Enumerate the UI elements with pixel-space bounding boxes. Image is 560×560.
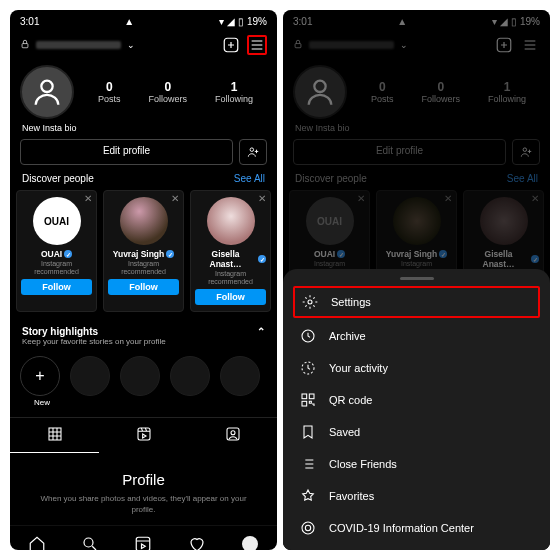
profile-stats: 0Posts 0Followers 1Following [84, 80, 267, 104]
activity-icon [299, 360, 317, 376]
follow-button[interactable]: Follow [21, 279, 92, 295]
menu-favorites[interactable]: Favorites [283, 480, 550, 512]
status-bar: 3:01 ▲ ▾ ◢ ▯ 19% [10, 10, 277, 29]
qr-icon [299, 392, 317, 408]
svg-point-12 [314, 81, 325, 92]
follow-button[interactable]: Follow [195, 289, 266, 305]
gear-icon [301, 294, 319, 310]
svg-point-14 [308, 300, 312, 304]
status-time: 3:01 [20, 16, 39, 27]
discover-header: Discover people See All [10, 173, 277, 190]
stat-posts[interactable]: 0Posts [98, 80, 121, 104]
menu-saved[interactable]: Saved [283, 416, 550, 448]
stat-followers[interactable]: 0Followers [148, 80, 187, 104]
nav-profile[interactable] [240, 534, 260, 550]
suggestion-card[interactable]: ✕ Gisella Anast…✓ Instagram recommended … [190, 190, 271, 312]
empty-text: When you share photos and videos, they'l… [30, 494, 257, 515]
see-all-link[interactable]: See All [234, 173, 265, 184]
empty-heading: Profile [30, 471, 257, 488]
suggestion-cards: ✕ OUAI OUAI✓ Instagram recommended Follo… [10, 190, 277, 320]
svg-point-2 [41, 81, 52, 92]
battery-pct: 19% [247, 16, 267, 27]
tab-grid[interactable] [10, 418, 99, 453]
card-avatar [207, 197, 255, 245]
story-highlights-header[interactable]: Story highlights⌃ Keep your favorite sto… [10, 320, 277, 350]
discover-people-button[interactable] [239, 139, 267, 165]
new-post-button[interactable] [221, 35, 241, 55]
highlight-placeholder [70, 356, 110, 396]
profile-row: 0Posts 0Followers 1Following [10, 61, 277, 121]
chevron-down-icon[interactable]: ⌄ [127, 40, 135, 50]
new-post-button[interactable] [494, 35, 514, 55]
avatar[interactable] [20, 65, 74, 119]
stat-following[interactable]: 1Following [215, 80, 253, 104]
close-icon[interactable]: ✕ [258, 193, 266, 204]
nav-search[interactable] [80, 534, 100, 550]
bio-text: New Insta bio [10, 121, 277, 139]
svg-point-7 [231, 431, 235, 435]
menu-activity[interactable]: Your activity [283, 352, 550, 384]
tab-reels[interactable] [99, 418, 188, 453]
nav-reels[interactable] [133, 534, 153, 550]
empty-state: Profile When you share photos and videos… [10, 453, 277, 525]
star-icon [299, 488, 317, 504]
verified-icon: ✓ [258, 255, 266, 263]
menu-qr[interactable]: QR code [283, 384, 550, 416]
highlight-placeholder [170, 356, 210, 396]
edit-profile-button[interactable]: Edit profile [293, 139, 506, 165]
svg-rect-4 [49, 428, 61, 440]
discover-people-button[interactable] [512, 139, 540, 165]
avatar[interactable] [293, 65, 347, 119]
svg-point-3 [250, 148, 254, 152]
suggestion-card[interactable]: ✕ Yuvraj Singh✓ Instagram recommended Fo… [103, 190, 184, 312]
menu-button[interactable] [247, 35, 267, 55]
tab-tagged[interactable] [188, 418, 277, 453]
svg-rect-17 [302, 394, 307, 399]
nav-activity[interactable] [187, 534, 207, 550]
svg-point-20 [302, 522, 314, 534]
close-icon[interactable]: ✕ [84, 193, 92, 204]
card-avatar: OUAI [33, 197, 81, 245]
phone-left: 3:01 ▲ ▾ ◢ ▯ 19% ⌄ 0Posts 0Followers 1Fo… [10, 10, 277, 550]
svg-rect-18 [309, 394, 314, 399]
status-bar: 3:01▲ ▾◢▯19% [283, 10, 550, 29]
svg-rect-5 [138, 428, 150, 440]
menu-archive[interactable]: Archive [283, 320, 550, 352]
svg-rect-19 [302, 401, 307, 406]
highlight-placeholder [220, 356, 260, 396]
nav-home[interactable] [27, 534, 47, 550]
menu-close-friends[interactable]: Close Friends [283, 448, 550, 480]
svg-point-8 [84, 538, 93, 547]
highlights-row: +New [10, 350, 277, 417]
suggestion-card[interactable]: ✕ OUAI OUAI✓ Instagram recommended Follo… [16, 190, 97, 312]
battery-icon: ▯ [238, 16, 244, 27]
bottom-nav [10, 525, 277, 550]
menu-covid[interactable]: COVID-19 Information Center [283, 512, 550, 544]
lock-icon [20, 39, 30, 51]
sheet-handle[interactable] [400, 277, 434, 280]
close-icon[interactable]: ✕ [171, 193, 179, 204]
chevron-up-icon[interactable]: ⌃ [257, 326, 265, 337]
edit-profile-button[interactable]: Edit profile [20, 139, 233, 165]
info-icon [299, 520, 317, 536]
profile-header: ⌄ [10, 29, 277, 61]
add-highlight-button[interactable]: + [20, 356, 60, 396]
username-blur[interactable] [309, 41, 394, 49]
profile-tabs [10, 417, 277, 453]
svg-rect-10 [295, 44, 301, 48]
menu-button[interactable] [520, 35, 540, 55]
follow-button[interactable]: Follow [108, 279, 179, 295]
username-blur[interactable] [36, 41, 121, 49]
card-avatar [120, 197, 168, 245]
phone-right: 3:01▲ ▾◢▯19% ⌄ 0Posts 0Followers 1Follow… [283, 10, 550, 550]
verified-icon: ✓ [64, 250, 72, 258]
highlight-placeholder [120, 356, 160, 396]
wifi-icon: ▾ [219, 16, 224, 27]
saved-icon [299, 424, 317, 440]
archive-icon [299, 328, 317, 344]
svg-rect-6 [227, 428, 239, 440]
menu-sheet: Settings Archive Your activity QR code S… [283, 269, 550, 550]
signal-icon: ◢ [227, 16, 235, 27]
lock-icon [293, 39, 303, 51]
menu-settings[interactable]: Settings [293, 286, 540, 318]
